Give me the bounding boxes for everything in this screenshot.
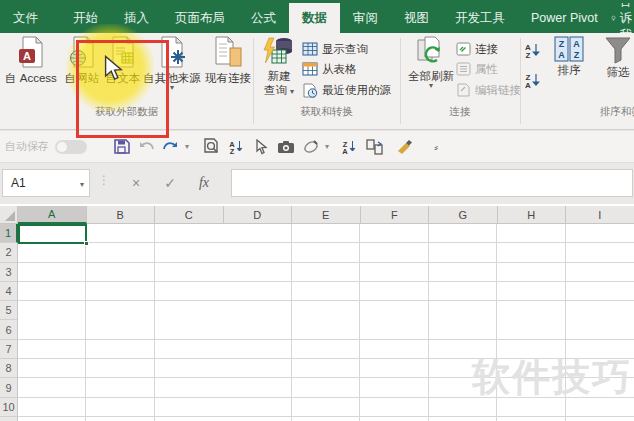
- existing-connections-button[interactable]: 现有连接: [203, 36, 253, 102]
- filter-funnel-icon: [603, 36, 633, 64]
- column-header-c[interactable]: C: [155, 206, 224, 224]
- edit-links-button[interactable]: 编辑链接: [456, 81, 521, 99]
- group-separator: [520, 38, 521, 124]
- row-header-4[interactable]: 4: [0, 282, 18, 301]
- filter-button[interactable]: 筛选: [596, 36, 634, 102]
- column-header-f[interactable]: F: [361, 206, 430, 224]
- column-header-a[interactable]: A: [18, 206, 87, 224]
- filter-label: 筛选: [607, 66, 630, 78]
- tab-insert[interactable]: 插入: [111, 3, 162, 33]
- pointer-icon: [254, 139, 268, 155]
- save-icon: [113, 138, 130, 155]
- properties-button[interactable]: 属性: [456, 60, 498, 78]
- svg-text:A: A: [23, 50, 31, 62]
- print-preview-button[interactable]: [199, 135, 223, 159]
- sort-label: 排序: [558, 64, 581, 76]
- row-header-11[interactable]: 11: [0, 417, 18, 421]
- svg-text:Z: Z: [559, 39, 565, 49]
- redo-icon: [162, 139, 180, 155]
- tab-formulas[interactable]: 公式: [238, 3, 289, 33]
- new-query-label-1: 新建: [268, 70, 291, 82]
- tab-data[interactable]: 数据: [289, 3, 340, 33]
- connections-icon: [456, 42, 471, 56]
- recent-sources-button[interactable]: 最近使用的源: [302, 81, 391, 99]
- switch-windows-button[interactable]: [362, 135, 386, 159]
- row-header-9[interactable]: 9: [0, 378, 18, 397]
- tab-home[interactable]: 开始: [60, 3, 111, 33]
- draw-dropdown-arrow[interactable]: ▾: [325, 143, 329, 151]
- select-all-corner[interactable]: [0, 206, 18, 224]
- column-header-d[interactable]: D: [224, 206, 293, 224]
- enter-button[interactable]: ✓: [156, 169, 184, 197]
- worksheet: A B C D E F G H I 1 2 3 4 5 6 7 8 9 10 1…: [0, 204, 634, 421]
- svg-text:A: A: [525, 81, 531, 89]
- row-header-2[interactable]: 2: [0, 243, 18, 262]
- row-header-7[interactable]: 7: [0, 340, 18, 359]
- sort-descending-button[interactable]: Z A: [524, 71, 541, 89]
- redo-button[interactable]: [159, 135, 183, 159]
- svg-text:Z: Z: [526, 51, 531, 59]
- tell-me[interactable]: 告诉我: [611, 3, 634, 33]
- format-painter-button[interactable]: [392, 135, 416, 159]
- tab-developer[interactable]: 开发工具: [442, 3, 518, 33]
- new-query-button[interactable]: 新建 查询 ▾: [257, 36, 301, 102]
- column-header-g[interactable]: G: [429, 206, 498, 224]
- name-box[interactable]: A1 ▾: [2, 169, 90, 197]
- sort-button[interactable]: Z A A Z 排序: [550, 36, 588, 102]
- from-text-label: 自文本: [106, 72, 141, 84]
- qat-sort-descending-button[interactable]: ZA: [337, 135, 361, 159]
- row-header-3[interactable]: 3: [0, 263, 18, 282]
- qat-sort-ascending-button[interactable]: AZ: [224, 135, 248, 159]
- save-button[interactable]: [109, 135, 133, 159]
- autosave-label: 自动保存: [5, 139, 49, 154]
- tell-me-label: 告诉我: [620, 3, 634, 33]
- refresh-all-button[interactable]: 全部刷新 ▾: [407, 36, 455, 102]
- connections-button[interactable]: 连接: [456, 40, 498, 58]
- lightbulb-icon: [611, 11, 616, 26]
- name-box-value: A1: [11, 176, 26, 190]
- row-header-8[interactable]: 8: [0, 359, 18, 378]
- cancel-button[interactable]: ×: [122, 169, 150, 197]
- column-header-h[interactable]: H: [498, 206, 567, 224]
- svg-text:Z: Z: [574, 50, 580, 60]
- from-text-button[interactable]: 自文本: [103, 36, 143, 102]
- autosave-toggle[interactable]: [55, 140, 87, 154]
- from-access-button[interactable]: A 自 Access: [2, 36, 60, 102]
- tab-review[interactable]: 审阅: [340, 3, 391, 33]
- column-header-b[interactable]: B: [87, 206, 156, 224]
- recent-sources-label: 最近使用的源: [322, 83, 391, 98]
- from-table-button[interactable]: 从表格: [302, 60, 357, 78]
- show-queries-button[interactable]: 显示查询: [302, 40, 368, 58]
- tab-page-layout[interactable]: 页面布局: [162, 3, 238, 33]
- draw-tool-button[interactable]: [299, 135, 323, 159]
- formula-bar-divider[interactable]: ⋮: [98, 173, 110, 187]
- name-box-dropdown-arrow[interactable]: ▾: [80, 181, 84, 189]
- new-query-icon: [262, 36, 296, 68]
- refresh-all-dropdown-arrow: ▾: [429, 82, 433, 90]
- selected-cell-a1[interactable]: [18, 224, 87, 244]
- from-other-sources-button[interactable]: 自其他来源 ▾: [143, 36, 201, 102]
- column-header-i[interactable]: I: [566, 206, 634, 224]
- row-header-10[interactable]: 10: [0, 398, 18, 417]
- row-header-5[interactable]: 5: [0, 301, 18, 320]
- redo-dropdown-arrow[interactable]: ▾: [185, 143, 189, 151]
- undo-button[interactable]: [134, 135, 158, 159]
- formula-input[interactable]: [231, 169, 633, 197]
- camera-button[interactable]: [274, 135, 298, 159]
- watermark-text: 软件技巧: [472, 352, 632, 403]
- tab-file[interactable]: 文件: [0, 3, 51, 33]
- group-get-external-data: 获取外部数据: [0, 105, 253, 119]
- tab-power-pivot[interactable]: Power Pivot: [518, 3, 611, 33]
- sort-ascending-button[interactable]: A Z: [524, 41, 541, 59]
- tab-view[interactable]: 视图: [391, 3, 442, 33]
- from-web-button[interactable]: 自网站: [61, 36, 103, 102]
- qat-customize-button[interactable]: ⸗: [424, 135, 448, 159]
- existing-connections-label: 现有连接: [205, 72, 251, 84]
- select-pointer-button[interactable]: [249, 135, 273, 159]
- row-header-6[interactable]: 6: [0, 320, 18, 339]
- fill-handle[interactable]: [84, 241, 89, 246]
- column-header-e[interactable]: E: [292, 206, 361, 224]
- insert-function-button[interactable]: fx: [190, 169, 218, 197]
- row-header-1[interactable]: 1: [0, 224, 18, 243]
- from-access-label: 自 Access: [5, 72, 57, 84]
